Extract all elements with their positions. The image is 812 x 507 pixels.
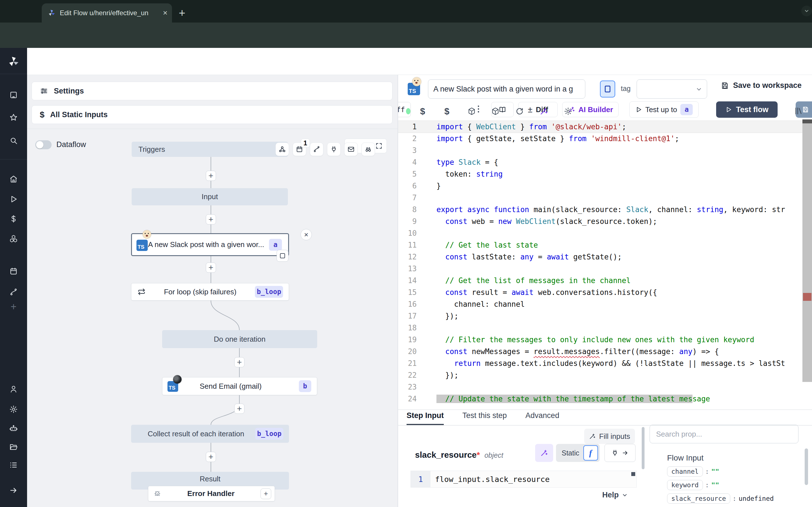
add-step-button[interactable]: + [206,171,216,181]
slack-step-node[interactable]: TS A new Slack post with a given wor... … [131,233,289,256]
sidebar-workspace-icon[interactable] [9,91,18,99]
sidebar-home-icon[interactable] [9,175,18,183]
code-line[interactable]: 8export async function main(slack_resour… [398,204,812,216]
javascript-mode-button[interactable]: f [583,445,598,460]
iteration-node[interactable]: Do one iteration [162,330,317,348]
sidebar-account-icon[interactable] [9,385,18,393]
tab-advanced[interactable]: Advanced [525,411,559,425]
browser-tab[interactable]: Edit Flow u/henri/effective_un × [42,3,172,22]
props-scrollbar[interactable] [805,448,808,485]
sidebar-routes-icon[interactable] [9,288,18,296]
input-expression-editor[interactable]: 1 flow_input.slack_resource [411,471,637,487]
code-line[interactable]: 23 [398,381,812,393]
route-trigger-icon[interactable] [310,143,323,156]
new-tab-button[interactable]: + [179,7,185,18]
add-step-button[interactable]: + [234,357,245,367]
context-variables-icon[interactable]: $ [444,106,449,117]
error-handler-node[interactable]: Error Handler + [148,486,275,501]
sidebar-resources-icon[interactable] [9,234,18,243]
code-line[interactable]: 12 const lastState: any = await getState… [398,251,812,263]
step-summary-input[interactable]: A new Slack post with a given word in a … [428,79,585,99]
ai-fill-button[interactable] [535,444,553,462]
code-line[interactable]: 2import { getState, setState } from 'win… [398,133,812,145]
websocket-trigger-icon[interactable] [327,143,341,156]
sidebar-folders-icon[interactable] [9,443,18,451]
sidebar-ai-bot-icon[interactable] [9,424,18,433]
variables-icon[interactable]: $ [420,106,425,117]
settings-card[interactable]: Settings [32,82,393,100]
connect-input-button[interactable] [605,444,636,462]
sidebar-settings-icon[interactable] [9,405,18,413]
help-dropdown[interactable]: Help [602,491,628,499]
reset-code-icon[interactable] [515,107,524,115]
code-editor[interactable]: 1import { WebClient } from '@slack/web-a… [398,119,812,408]
code-line[interactable]: 18 [398,322,812,334]
code-line[interactable]: 15 const result = await web.conversation… [398,286,812,298]
fill-inputs-button[interactable]: Fill inputs [584,429,635,444]
code-line[interactable]: 17 }); [398,310,812,322]
code-line[interactable]: 7 [398,192,812,204]
test-up-to-step-badge[interactable]: a [680,104,693,115]
sidebar-schedules-icon[interactable] [9,267,18,276]
add-step-button[interactable]: + [206,263,216,273]
input-node[interactable]: Input [132,188,288,205]
code-line[interactable]: 6} [398,180,812,192]
add-error-handler-icon[interactable]: + [260,489,271,499]
code-line[interactable]: 13 [398,263,812,275]
add-step-button[interactable]: + [206,452,216,462]
collect-node[interactable]: Collect result of each iteration b_loop [131,425,289,443]
save-to-workspace-button[interactable]: Save to workspace [721,81,802,90]
code-line[interactable]: 24 // Update the state with the timestam… [398,393,812,405]
panel-scrollbar[interactable] [642,427,645,469]
flow-input-prop[interactable]: slack_resource:undefined [667,494,774,504]
windmill-logo[interactable] [7,55,20,68]
code-line[interactable]: 20 const newMessages = result.messages.f… [398,346,812,357]
code-line[interactable]: 1import { WebClient } from '@slack/web-a… [398,121,812,133]
tab-step-input[interactable]: Step Input [407,411,444,425]
sidebar-variables-icon[interactable] [9,215,18,223]
email-trigger-icon[interactable] [344,143,358,156]
add-step-button[interactable]: + [234,404,245,414]
test-flow-button[interactable]: Test flow [716,101,777,118]
watch-trigger-icon[interactable] [361,143,375,156]
code-line[interactable]: 16 channel: channel [398,298,812,310]
code-line[interactable]: 21 return message.text.includes(keyword)… [398,357,812,369]
ai-assistant-icon[interactable] [540,107,548,115]
editor-settings-icon[interactable] [564,107,572,115]
code-line[interactable]: 19 // Filter the messages to only includ… [398,334,812,346]
package-icon[interactable] [467,107,476,115]
diff-button[interactable]: ± Diff [518,102,558,117]
lock-toggle-button[interactable] [600,80,615,98]
stop-after-step-icon[interactable] [276,250,289,262]
flow-input-prop[interactable]: channel:"" [667,466,774,476]
package-lock-icon[interactable] [491,107,500,115]
sidebar-runs-icon[interactable] [9,195,18,203]
tag-select[interactable] [637,79,707,99]
code-line[interactable]: 10 [398,227,812,239]
search-prop-input[interactable]: Search prop... [650,425,799,443]
tab-close-icon[interactable]: × [163,9,167,17]
code-line[interactable]: 22 }); [398,369,812,381]
code-line[interactable]: 9 const web = new WebClient(slack_resour… [398,216,812,227]
library-icon[interactable] [794,107,803,115]
sidebar-search-icon[interactable] [9,136,18,145]
code-line[interactable]: 4type Slack = { [398,156,812,168]
editor-scrollbar[interactable] [802,119,812,382]
triggers-bar[interactable]: Triggers 1 [132,142,288,157]
static-inputs-card[interactable]: $ All Static Inputs [32,105,393,124]
email-step-node[interactable]: TS Send Email (gmail) b [162,377,317,395]
sidebar-add-icon[interactable]: + [9,302,18,311]
input-mode-toggle[interactable]: Static f [556,444,600,462]
add-step-button[interactable]: + [206,214,216,224]
delete-step-icon[interactable]: × [301,229,312,240]
tab-test-this-step[interactable]: Test this step [462,411,507,425]
static-mode-label[interactable]: Static [562,449,579,457]
tab-search-icon[interactable] [801,6,812,16]
webhook-trigger-icon[interactable] [275,143,289,156]
code-line[interactable]: 5 token: string [398,168,812,180]
forloop-node[interactable]: For loop (skip failures) b_loop [131,283,289,300]
code-line[interactable]: 3 [398,145,812,156]
code-line[interactable]: 11 // Get the last state [398,239,812,251]
code-line[interactable]: 14 // Get the list of messages in the ch… [398,275,812,286]
scrollbar-thumb[interactable] [802,119,812,123]
